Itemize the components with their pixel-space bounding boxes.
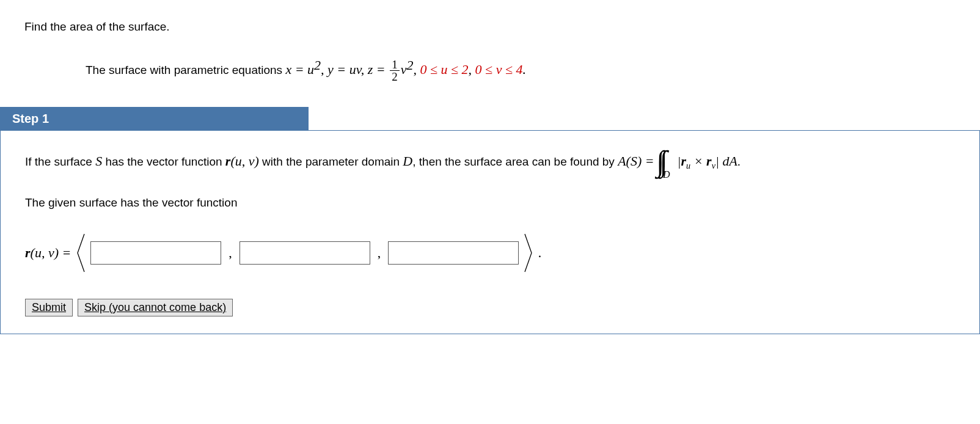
given-line: The given surface has the vector functio… (25, 193, 955, 213)
eq-x-sup: 2 (314, 57, 321, 73)
eq-z-rhs: v (401, 62, 407, 77)
dA: dA (723, 153, 737, 169)
domain-sep: , (413, 62, 420, 77)
double-integral: ∫∫D |ru × rv| dA. (657, 148, 740, 175)
ru-r: r (681, 153, 687, 169)
step-section: Step 1 If the surface S has the vector f… (0, 107, 980, 334)
button-row: Submit Skip (you cannot come back) (25, 299, 955, 316)
comma-2: , (374, 245, 385, 261)
var-S: S (95, 153, 102, 169)
prompt-text: Find the area of the surface. (24, 20, 170, 33)
skip-button[interactable]: Skip (you cannot come back) (78, 299, 233, 316)
domain-end: . (523, 62, 527, 77)
formula-period: . (737, 155, 740, 168)
problem-equations: The surface with parametric equations x … (0, 42, 980, 108)
domain-u: 0 ≤ u ≤ 2 (420, 62, 468, 77)
vector-component-1-input[interactable] (90, 241, 221, 265)
final-period: . (538, 245, 542, 261)
integral-sign: ∫∫ (657, 150, 663, 173)
integral-domain: D (663, 165, 670, 185)
explain-mid3: , then the surface area can be found by (412, 155, 618, 168)
explain-mid1: has the vector function (102, 155, 225, 168)
step-label: Step 1 (0, 107, 309, 131)
frac-bot: 2 (390, 71, 400, 82)
AS: A(S) = (618, 153, 654, 169)
frac-top: 1 (390, 59, 400, 71)
cross: × (690, 153, 706, 169)
var-D: D (403, 153, 412, 169)
step-content: If the surface S has the vector function… (0, 130, 980, 334)
comma-1: , (225, 245, 236, 261)
vector-component-2-input[interactable] (240, 241, 370, 265)
submit-button[interactable]: Submit (25, 299, 73, 316)
angle-bracket-left-icon (75, 232, 87, 274)
eq-z-sup: 2 (406, 57, 413, 73)
vector-input-row: r(u, v) = , , . (25, 232, 955, 274)
angle-bracket-right-icon (522, 232, 535, 274)
problem-container: Find the area of the surface. The surfac… (0, 0, 980, 334)
uv-args: (u, v) (230, 153, 258, 169)
problem-prompt: Find the area of the surface. (0, 0, 980, 42)
vector-component-3-input[interactable] (388, 241, 519, 265)
domain-v: 0 ≤ v ≤ 4 (475, 62, 523, 77)
r-label: r (25, 245, 31, 260)
explain-pre: If the surface (25, 155, 95, 168)
rv-r: r (706, 153, 712, 169)
explanation-paragraph: If the surface S has the vector function… (25, 148, 955, 175)
abs-close: | (715, 153, 723, 169)
eq-prefix: The surface with parametric equations (86, 64, 285, 76)
r-args: (u, v) = (31, 245, 71, 260)
eq-y: , y = uv, z = (321, 62, 389, 77)
explain-mid2: with the parameter domain (259, 155, 403, 168)
eq-x-lhs: x = u (285, 62, 314, 77)
domain-mid: , (469, 62, 475, 77)
fraction-half: 12 (390, 59, 400, 82)
